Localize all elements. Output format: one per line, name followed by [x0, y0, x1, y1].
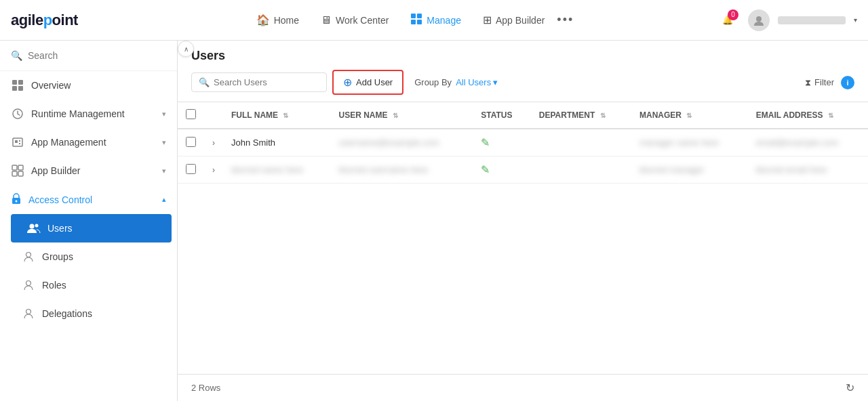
status-icon: ✎ — [481, 137, 490, 148]
sidebar-item-accesscontrol[interactable]: Access Control ▴ — [0, 185, 177, 214]
email-value: email@example.com — [756, 138, 839, 148]
monitor-icon: 🖥 — [321, 14, 332, 26]
nav-home-label: Home — [274, 15, 299, 26]
top-nav: agilepoint 🏠 Home 🖥 Work Center Manage ⊞… — [0, 0, 868, 41]
sidebar: 🔍 Overview Runtime Management ▾ App Mana… — [0, 41, 178, 401]
user-chevron-icon[interactable]: ▾ — [854, 16, 857, 24]
chevron-up-icon: ▴ — [162, 195, 166, 204]
more-button[interactable]: ••• — [557, 13, 574, 27]
row-checkbox[interactable] — [186, 137, 196, 147]
user-avatar[interactable] — [748, 9, 770, 31]
svg-rect-11 — [15, 140, 18, 143]
nav-manage[interactable]: Manage — [401, 7, 471, 33]
sidebar-item-roles[interactable]: Roles — [5, 271, 177, 299]
department-cell — [531, 156, 631, 184]
sidebar-item-overview[interactable]: Overview — [0, 71, 177, 100]
sidebar-item-appbuilder[interactable]: App Builder ▾ — [0, 156, 177, 185]
select-all-checkbox[interactable] — [186, 109, 196, 119]
table-row: › blurred name here blurred username her… — [178, 156, 868, 184]
page-title: Users — [191, 49, 854, 63]
search-users-icon: 🔍 — [199, 77, 210, 87]
status-header[interactable]: STATUS — [473, 102, 530, 129]
row-expand-button[interactable]: › — [212, 165, 215, 175]
fullname-value: John Smith — [231, 138, 275, 148]
svg-rect-0 — [411, 14, 416, 18]
lock-icon — [11, 192, 22, 207]
svg-point-24 — [26, 310, 31, 314]
info-button[interactable]: i — [841, 76, 854, 89]
search-input[interactable] — [28, 50, 166, 61]
notification-badge: 0 — [728, 9, 738, 20]
notification-button[interactable]: 🔔 0 — [715, 8, 740, 33]
svg-rect-17 — [18, 171, 23, 176]
sidebar-item-groups[interactable]: Groups — [5, 242, 177, 271]
manage-icon — [410, 13, 422, 28]
svg-point-19 — [16, 200, 18, 203]
group-by: Group By All Users ▾ — [414, 77, 498, 87]
collapse-button[interactable]: ∧ — [178, 41, 194, 57]
chevron-down-icon: ▾ — [162, 167, 166, 175]
appbuilder-icon: ⊞ — [483, 14, 492, 26]
username-header[interactable]: USER NAME ⇅ — [331, 102, 473, 129]
svg-rect-13 — [19, 143, 20, 144]
email-cell: email@example.com — [748, 129, 868, 156]
filter-icon: ⧗ — [805, 77, 811, 88]
table-footer: 2 Rows ↻ — [178, 374, 868, 401]
sort-icon: ⇅ — [393, 112, 398, 119]
sidebar-item-users[interactable]: Users — [11, 214, 172, 242]
search-users-field[interactable]: 🔍 — [191, 72, 327, 92]
svg-rect-14 — [12, 165, 17, 170]
nav-appbuilder-label: App Builder — [496, 15, 545, 26]
sidebar-item-appmgmt[interactable]: App Management ▾ — [0, 128, 177, 156]
manager-header[interactable]: MANAGER ⇅ — [631, 102, 748, 129]
row-expand-cell: › — [204, 156, 223, 184]
nav-items: 🏠 Home 🖥 Work Center Manage ⊞ App Builde… — [105, 7, 715, 33]
nav-appbuilder[interactable]: ⊞ App Builder — [473, 8, 554, 32]
logo: agilepoint — [11, 12, 78, 29]
content-area: Users 🔍 ⊕ Add User Group By All Users ▾ — [178, 41, 868, 401]
main-layout: 🔍 Overview Runtime Management ▾ App Mana… — [0, 41, 868, 401]
toolbar-right: ⧗ Filter i — [805, 76, 854, 89]
sidebar-item-label: Overview — [31, 80, 166, 91]
row-checkbox[interactable] — [186, 164, 196, 174]
sort-icon: ⇅ — [686, 112, 692, 119]
sidebar-item-label: App Builder — [31, 165, 155, 176]
groups-icon — [22, 250, 35, 263]
search-icon: 🔍 — [11, 50, 22, 61]
svg-rect-7 — [12, 86, 17, 91]
group-by-label: Group By — [414, 77, 452, 87]
svg-point-20 — [30, 224, 35, 229]
svg-point-21 — [35, 224, 39, 228]
sidebar-item-runtime[interactable]: Runtime Management ▾ — [0, 100, 177, 128]
nav-home[interactable]: 🏠 Home — [247, 8, 309, 32]
sidebar-item-delegations[interactable]: Delegations — [5, 299, 177, 328]
department-label: DEPARTMENT — [539, 110, 595, 120]
users-table: FULL NAME ⇅ USER NAME ⇅ STATUS DEPARTMEN… — [178, 102, 868, 184]
filter-button[interactable]: ⧗ Filter — [805, 77, 834, 88]
group-by-dropdown[interactable]: All Users ▾ — [456, 77, 498, 87]
row-expand-button[interactable]: › — [212, 138, 215, 148]
row-expand-cell: › — [204, 129, 223, 156]
runtime-icon — [11, 107, 24, 121]
department-header[interactable]: DEPARTMENT ⇅ — [531, 102, 631, 129]
chevron-down-icon: ▾ — [493, 77, 498, 87]
users-table-container: FULL NAME ⇅ USER NAME ⇅ STATUS DEPARTMEN… — [178, 102, 868, 374]
sidebar-item-label: Delegations — [42, 308, 166, 319]
nav-workcenter[interactable]: 🖥 Work Center — [311, 9, 398, 32]
svg-rect-2 — [411, 20, 416, 24]
sort-icon: ⇅ — [828, 112, 833, 119]
sidebar-sub-access: Users Groups Roles Delegations — [0, 214, 177, 328]
toolbar: 🔍 ⊕ Add User Group By All Users ▾ ⧗ — [191, 70, 854, 102]
search-users-input[interactable] — [214, 77, 319, 87]
table-row: › John Smith username@example.com ✎ — [178, 129, 868, 156]
appmgmt-icon — [11, 135, 24, 149]
refresh-button[interactable]: ↻ — [846, 381, 854, 394]
svg-rect-3 — [417, 20, 422, 24]
row-count: 2 Rows — [191, 383, 220, 393]
fullname-header[interactable]: FULL NAME ⇅ — [223, 102, 331, 129]
add-user-button[interactable]: ⊕ Add User — [332, 70, 403, 95]
username-cell: blurred username here — [331, 156, 473, 184]
logo-dot: p — [43, 12, 52, 28]
email-header[interactable]: EMAIL ADDRESS ⇅ — [748, 102, 868, 129]
username-value: username@example.com — [339, 138, 439, 148]
